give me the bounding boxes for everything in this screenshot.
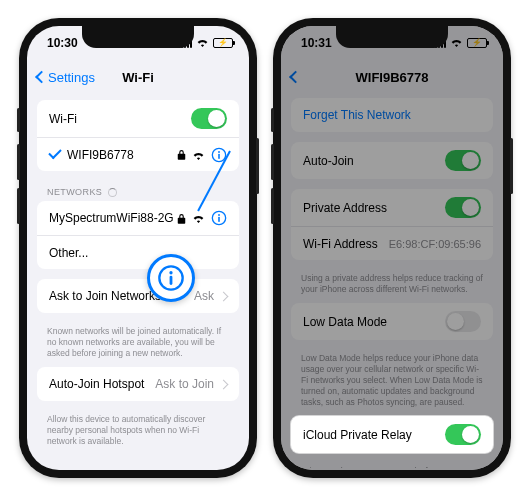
auto-join-hotspot-footnote: Allow this device to automatically disco… <box>27 411 249 455</box>
icloud-private-relay-row[interactable]: iCloud Private Relay <box>291 416 493 453</box>
auto-join-hotspot-label: Auto-Join Hotspot <box>49 377 144 391</box>
back-button[interactable] <box>291 73 300 82</box>
icloud-private-relay-label: iCloud Private Relay <box>303 428 412 442</box>
spinner-icon <box>108 188 117 197</box>
wifi-signal-icon <box>192 150 205 160</box>
notch <box>82 26 194 48</box>
private-address-toggle[interactable] <box>445 197 481 218</box>
other-network-row[interactable]: Other... <box>37 235 239 269</box>
status-time: 10:31 <box>301 36 332 50</box>
wifi-address-label: Wi-Fi Address <box>303 237 378 251</box>
chevron-left-icon <box>289 71 302 84</box>
wifi-signal-icon <box>192 213 205 223</box>
left-phone: 10:30 ⚡ Settings Wi-Fi <box>19 18 257 478</box>
auto-join-toggle[interactable] <box>445 150 481 171</box>
other-label: Other... <box>49 246 88 260</box>
battery-icon: ⚡ <box>467 38 487 48</box>
private-address-label: Private Address <box>303 201 387 215</box>
wifi-toggle[interactable] <box>191 108 227 129</box>
available-network-row[interactable]: MySpectrumWiFi88-2G <box>37 201 239 235</box>
back-label: Settings <box>48 70 95 85</box>
svg-point-4 <box>218 214 220 216</box>
nav-bar: Settings Wi-Fi <box>27 60 249 94</box>
lock-icon <box>177 213 186 224</box>
ask-to-join-value: Ask <box>194 289 214 303</box>
wifi-label: Wi-Fi <box>49 112 77 126</box>
icloud-private-relay-toggle[interactable] <box>445 424 481 445</box>
low-data-mode-label: Low Data Mode <box>303 315 387 329</box>
low-data-mode-toggle[interactable] <box>445 311 481 332</box>
private-address-footnote: Using a private address helps reduce tra… <box>281 270 503 303</box>
battery-icon: ⚡ <box>213 38 233 48</box>
auto-join-hotspot-value: Ask to Join <box>155 377 214 391</box>
info-icon[interactable] <box>211 210 227 226</box>
low-data-mode-row[interactable]: Low Data Mode <box>291 303 493 340</box>
lock-icon <box>177 149 186 160</box>
wifi-status-icon <box>196 36 209 50</box>
back-button[interactable]: Settings <box>37 70 95 85</box>
svg-rect-2 <box>218 153 220 158</box>
forget-network-row[interactable]: Forget This Network <box>291 98 493 132</box>
wifi-toggle-row[interactable]: Wi-Fi <box>37 100 239 137</box>
private-relay-footnote: Private Relay prevents networks from mon… <box>281 463 503 468</box>
svg-point-1 <box>218 151 220 153</box>
nav-bar: WIFI9B6778 <box>281 60 503 94</box>
forget-network-label: Forget This Network <box>303 108 411 122</box>
notch <box>336 26 448 48</box>
page-title: WIFI9B6778 <box>356 70 429 85</box>
chevron-right-icon <box>219 291 229 301</box>
wifi-address-row: Wi-Fi Address E6:98:CF:09:65:96 <box>291 226 493 260</box>
networks-header: NETWORKS <box>27 181 249 201</box>
svg-rect-5 <box>218 217 220 222</box>
private-address-row[interactable]: Private Address <box>291 189 493 226</box>
info-icon-callout <box>147 254 195 302</box>
low-data-mode-footnote: Low Data Mode helps reduce your iPhone d… <box>281 350 503 416</box>
auto-join-label: Auto-Join <box>303 154 354 168</box>
connected-network-row[interactable]: WIFI9B6778 <box>37 137 239 171</box>
svg-rect-8 <box>170 276 173 285</box>
auto-join-row[interactable]: Auto-Join <box>291 142 493 179</box>
page-title: Wi-Fi <box>122 70 154 85</box>
wifi-address-value: E6:98:CF:09:65:96 <box>389 238 481 250</box>
ask-to-join-footnote: Known networks will be joined automatica… <box>27 323 249 367</box>
status-time: 10:30 <box>47 36 78 50</box>
ask-to-join-row[interactable]: Ask to Join Networks Ask <box>37 279 239 313</box>
available-ssid: MySpectrumWiFi88-2G <box>49 211 174 225</box>
chevron-left-icon <box>35 71 48 84</box>
connected-ssid: WIFI9B6778 <box>67 148 134 162</box>
auto-join-hotspot-row[interactable]: Auto-Join Hotspot Ask to Join <box>37 367 239 401</box>
ask-to-join-label: Ask to Join Networks <box>49 289 161 303</box>
wifi-status-icon <box>450 36 463 50</box>
checkmark-icon <box>48 146 61 159</box>
chevron-right-icon <box>219 379 229 389</box>
svg-point-7 <box>169 271 172 274</box>
right-phone: 10:31 ⚡ WIFI9B6778 Forget T <box>273 18 511 478</box>
